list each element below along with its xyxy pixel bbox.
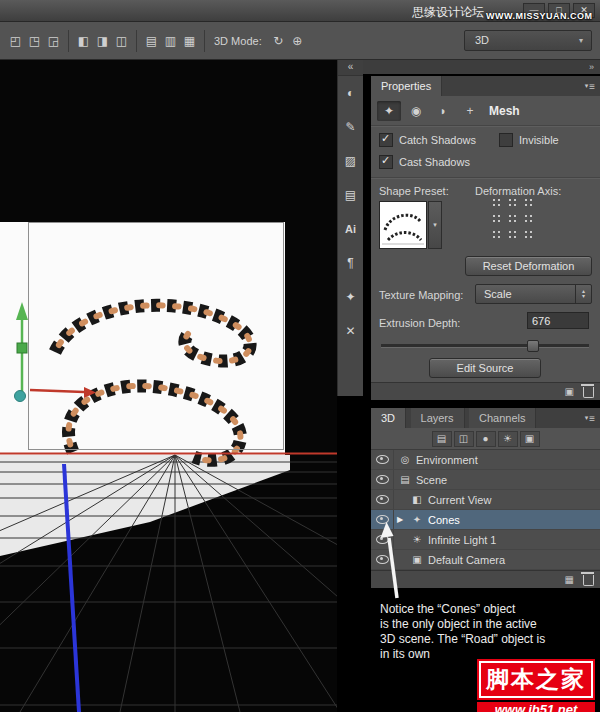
3d-pan-mode-icon[interactable]: ⊕	[288, 32, 307, 51]
filter-materials-icon[interactable]: ●	[476, 431, 496, 447]
workspace-switcher[interactable]: 3D ▾	[464, 30, 592, 51]
deformation-axis-label: Deformation Axis:	[475, 185, 561, 197]
extrusion-depth-slider[interactable]	[381, 340, 589, 351]
mesh-header-label: Mesh	[489, 104, 520, 118]
invisible-checkbox[interactable]: Invisible	[499, 133, 559, 147]
distribute-top-icon[interactable]: ▤	[142, 32, 161, 51]
axis-cell[interactable]	[509, 231, 517, 239]
axis-cell[interactable]	[493, 231, 501, 239]
visibility-toggle[interactable]	[371, 530, 394, 549]
slider-thumb[interactable]	[527, 340, 539, 352]
tab-properties[interactable]: Properties	[371, 76, 442, 96]
disclosure-triangle-icon[interactable]: ▶	[394, 515, 406, 524]
axis-cell[interactable]	[509, 199, 517, 207]
reset-deformation-button[interactable]: Reset Deformation	[465, 256, 592, 276]
visibility-toggle[interactable]	[371, 550, 394, 569]
3d-rotate-mode-icon[interactable]: ↻	[269, 32, 288, 51]
3d-item-default-camera[interactable]: ▣ Default Camera	[371, 550, 600, 570]
photoshop-window: 思缘设计论坛 — □ ✕ WWW.MISSYUAN.COM ◰ ◳ ◲ ◧ ◨ …	[0, 0, 600, 712]
edit-source-button[interactable]: Edit Source	[429, 358, 541, 378]
align-bottom-icon[interactable]: ◫	[112, 32, 131, 51]
axis-cell[interactable]	[525, 215, 533, 223]
checkbox-checked-icon	[379, 133, 393, 147]
align-left-icon[interactable]: ◰	[6, 32, 25, 51]
item-label: Default Camera	[428, 554, 505, 566]
3d-item-cones[interactable]: ▶ ✦ Cones	[371, 510, 600, 530]
texture-mapping-dropdown[interactable]: Scale ▴▾	[475, 284, 592, 304]
filter-scene-icon[interactable]: ▤	[432, 431, 452, 447]
3d-item-infinite-light[interactable]: ☀ Infinite Light 1	[371, 530, 600, 550]
tools-panel-icon[interactable]: ✕	[338, 314, 363, 348]
canvas-3d-view[interactable]	[0, 60, 337, 712]
catch-shadows-checkbox[interactable]: Catch Shadows	[379, 133, 476, 147]
align-center-icon[interactable]: ◳	[25, 32, 44, 51]
filter-meshes-icon[interactable]: ◫	[454, 431, 474, 447]
properties-panel-footer: ▣	[371, 382, 600, 400]
align-right-icon[interactable]: ◲	[44, 32, 63, 51]
3d-item-environment[interactable]: ◎ Environment	[371, 450, 600, 470]
brush-panel-icon[interactable]: ✎	[338, 110, 363, 144]
window-title: 思缘设计论坛	[412, 4, 484, 21]
new-item-icon[interactable]: ▦	[565, 574, 574, 586]
coordinates-properties-icon[interactable]: +	[458, 101, 482, 121]
align-top-icon[interactable]: ◧	[74, 32, 93, 51]
visibility-toggle[interactable]	[371, 510, 394, 529]
expand-panel-icon[interactable]: ▣	[565, 386, 574, 398]
deform-properties-icon[interactable]: ◉	[404, 101, 428, 121]
distribute-bottom-icon[interactable]: ▦	[180, 32, 199, 51]
separator	[68, 30, 69, 52]
cast-shadows-label: Cast Shadows	[399, 156, 470, 168]
axis-cell[interactable]	[493, 199, 501, 207]
axis-cell[interactable]	[525, 231, 533, 239]
distribute-middle-icon[interactable]: ▥	[161, 32, 180, 51]
histogram-panel-icon[interactable]: ▤	[338, 178, 363, 212]
cap-properties-icon[interactable]: ◗	[431, 101, 455, 121]
divider	[371, 177, 600, 178]
cast-shadows-checkbox[interactable]: Cast Shadows	[379, 155, 470, 169]
shape-preset-thumbnail[interactable]	[379, 201, 427, 249]
3d-item-current-view[interactable]: ◧ Current View	[371, 490, 600, 510]
scene-icon: ▤	[398, 474, 412, 485]
camera-icon: ▣	[410, 554, 424, 565]
dropdown-arrows-icon: ▴▾	[575, 285, 591, 303]
extrusion-depth-input[interactable]	[527, 312, 589, 329]
collapse-panels-icon[interactable]: »	[589, 60, 594, 74]
filter-cameras-icon[interactable]: ▣	[520, 431, 540, 447]
workspace-label: 3D	[475, 34, 489, 46]
panel-menu-icon[interactable]: ▾≡	[585, 76, 595, 97]
paragraph-panel-icon[interactable]: ¶	[338, 246, 363, 280]
trash-icon[interactable]	[583, 387, 594, 398]
3d-item-scene[interactable]: ▤ Scene	[371, 470, 600, 490]
axis-cell[interactable]	[525, 199, 533, 207]
eye-icon	[376, 535, 389, 544]
visibility-toggle[interactable]	[371, 490, 394, 509]
texture-mapping-label: Texture Mapping:	[379, 289, 463, 301]
clone-source-panel-icon[interactable]: ▨	[338, 144, 363, 178]
ai-panel-icon[interactable]: Ai	[338, 212, 363, 246]
item-label: Environment	[416, 454, 478, 466]
deformation-axis-selector[interactable]	[493, 199, 534, 240]
shape-preset-dropdown-icon[interactable]: ▾	[428, 201, 442, 249]
axis-cell[interactable]	[493, 215, 501, 223]
3d-panel: 3D Layers Channels ▾≡ ▤ ◫ ● ☀ ▣ ◎ Enviro…	[371, 408, 600, 588]
glyphs-panel-icon[interactable]: ✦	[338, 280, 363, 314]
3d-mode-label: 3D Mode:	[214, 35, 262, 47]
mesh-properties-icon[interactable]: ✦	[377, 101, 401, 121]
tab-layers[interactable]: Layers	[411, 408, 465, 428]
axis-cell[interactable]	[509, 215, 517, 223]
visibility-toggle[interactable]	[371, 470, 394, 489]
environment-icon: ◎	[398, 454, 412, 465]
filter-lights-icon[interactable]: ☀	[498, 431, 518, 447]
visibility-toggle[interactable]	[371, 450, 394, 469]
expand-panels-icon[interactable]: «	[338, 60, 363, 76]
tab-channels[interactable]: Channels	[469, 408, 536, 428]
adjustments-panel-icon[interactable]: ◐	[338, 76, 363, 110]
light-icon: ☀	[410, 534, 424, 545]
panel-dock: » Properties ▾≡ ✦ ◉ ◗ + Mesh Catch Shado…	[363, 60, 600, 712]
align-middle-icon[interactable]: ◨	[93, 32, 112, 51]
panel-menu-icon[interactable]: ▾≡	[585, 408, 595, 429]
tab-3d[interactable]: 3D	[371, 408, 406, 428]
item-label: Scene	[416, 474, 447, 486]
trash-icon[interactable]	[583, 575, 594, 586]
dock-header: »	[363, 60, 600, 74]
